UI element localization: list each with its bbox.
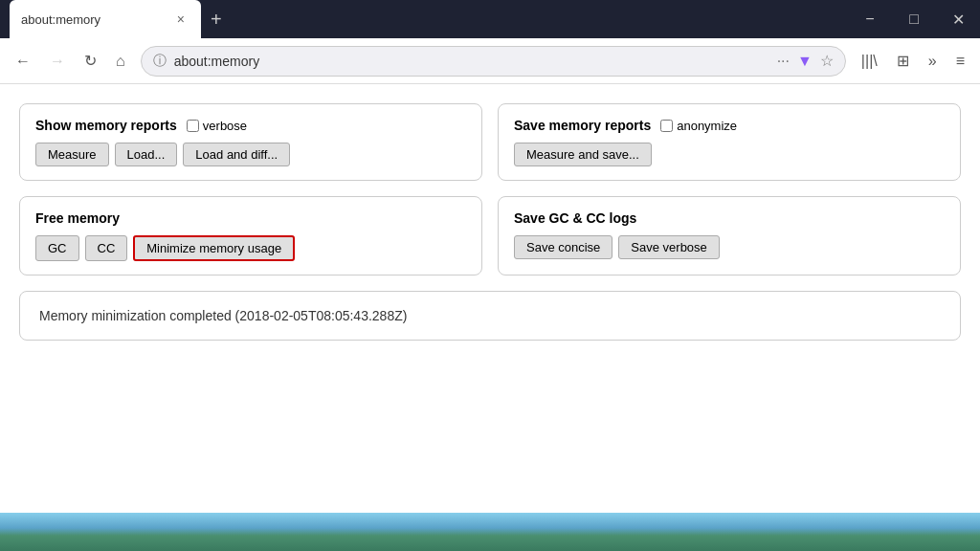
save-memory-reports-title: Save memory reports anonymize	[514, 118, 945, 133]
free-memory-buttons: GC CC Minimize memory usage	[35, 235, 466, 261]
library-button[interactable]: |||\	[854, 47, 885, 76]
overflow-button[interactable]: »	[921, 47, 945, 76]
save-concise-button[interactable]: Save concise	[514, 235, 612, 259]
status-box: Memory minimization completed (2018-02-0…	[19, 291, 961, 341]
save-gc-cc-logs-buttons: Save concise Save verbose	[514, 235, 945, 259]
cards-row-2: Free memory GC CC Minimize memory usage …	[19, 196, 961, 276]
info-icon: ⓘ	[153, 53, 167, 70]
anonymize-checkbox[interactable]	[660, 120, 673, 132]
bottom-scenery	[0, 513, 980, 551]
status-message: Memory minimization completed (2018-02-0…	[39, 308, 407, 323]
navigation-bar: ← → ↻ ⌂ ⓘ ··· ▼ ☆ |||\ ⊞ » ≡	[0, 38, 980, 84]
tab-close-button[interactable]: ×	[172, 10, 189, 29]
load-button[interactable]: Load...	[115, 143, 178, 166]
menu-button[interactable]: ≡	[948, 47, 972, 76]
forward-button[interactable]: →	[42, 47, 73, 76]
verbose-checkbox[interactable]	[187, 120, 199, 132]
main-content: Show memory reports verbose Measure Load…	[0, 84, 980, 513]
save-verbose-button[interactable]: Save verbose	[618, 235, 720, 259]
show-memory-reports-title: Show memory reports verbose	[35, 118, 466, 133]
show-memory-reports-buttons: Measure Load... Load and diff...	[35, 143, 466, 166]
title-bar: about:memory × + − □ ✕	[0, 0, 980, 38]
save-gc-cc-logs-card: Save GC & CC logs Save concise Save verb…	[498, 196, 961, 276]
verbose-label[interactable]: verbose	[187, 119, 247, 133]
reload-button[interactable]: ↻	[77, 46, 104, 76]
close-button[interactable]: ✕	[936, 0, 980, 38]
load-and-diff-button[interactable]: Load and diff...	[183, 143, 290, 166]
home-button[interactable]: ⌂	[108, 47, 133, 76]
free-memory-title: Free memory	[35, 210, 466, 226]
gc-button[interactable]: GC	[35, 235, 79, 261]
cards-row-1: Show memory reports verbose Measure Load…	[19, 103, 961, 181]
pocket-icon: ▼	[797, 53, 813, 70]
cc-button[interactable]: CC	[85, 235, 128, 261]
nav-extras: |||\ ⊞ » ≡	[854, 46, 972, 76]
save-memory-reports-card: Save memory reports anonymize Measure an…	[498, 103, 961, 181]
new-tab-button[interactable]: +	[201, 9, 232, 31]
show-memory-reports-card: Show memory reports verbose Measure Load…	[19, 103, 482, 181]
free-memory-card: Free memory GC CC Minimize memory usage	[19, 196, 482, 276]
measure-button[interactable]: Measure	[35, 143, 109, 166]
bookmark-icon: ☆	[820, 52, 834, 70]
tab-title: about:memory	[21, 12, 165, 27]
more-options-icon: ···	[777, 53, 790, 70]
url-input[interactable]	[174, 54, 769, 69]
address-bar[interactable]: ⓘ ··· ▼ ☆	[141, 46, 846, 77]
measure-and-save-button[interactable]: Measure and save...	[514, 143, 652, 166]
minimize-button[interactable]: −	[848, 0, 892, 38]
save-memory-reports-buttons: Measure and save...	[514, 143, 945, 166]
window-controls: − □ ✕	[848, 0, 980, 38]
active-tab[interactable]: about:memory ×	[10, 0, 201, 38]
anonymize-label[interactable]: anonymize	[660, 119, 737, 133]
save-gc-cc-logs-title: Save GC & CC logs	[514, 210, 945, 226]
back-button[interactable]: ←	[8, 47, 38, 76]
restore-button[interactable]: □	[892, 0, 936, 38]
reader-view-button[interactable]: ⊞	[889, 46, 917, 76]
minimize-memory-usage-button[interactable]: Minimize memory usage	[133, 235, 295, 261]
